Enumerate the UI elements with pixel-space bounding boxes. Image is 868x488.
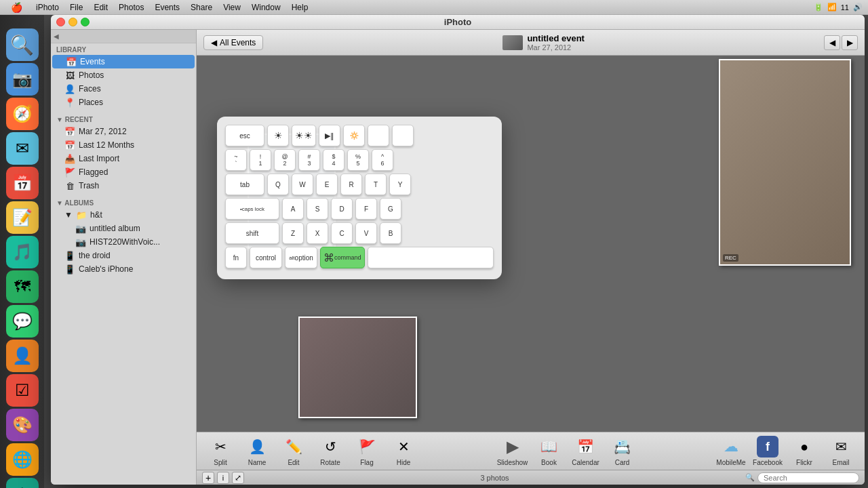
dock-app13[interactable]: ⚙ bbox=[6, 478, 39, 488]
key-t[interactable]: T bbox=[365, 174, 387, 195]
flag-button[interactable]: 🚩 Flag bbox=[350, 436, 384, 466]
key-w[interactable]: W bbox=[292, 174, 313, 195]
book-button[interactable]: 📖 Book bbox=[532, 436, 566, 466]
hide-button[interactable]: ✕ Hide bbox=[387, 436, 420, 466]
key-c[interactable]: C bbox=[331, 222, 353, 244]
sidebar-item-thedroid[interactable]: 📱 the droid bbox=[51, 249, 196, 262]
recent-disclosure[interactable]: ▼ bbox=[56, 116, 65, 123]
key-capslock[interactable]: •caps lock bbox=[225, 198, 279, 220]
key-r[interactable]: R bbox=[340, 174, 362, 195]
albums-disclosure[interactable]: ▼ bbox=[56, 199, 64, 207]
key-q[interactable]: Q bbox=[267, 174, 289, 195]
menu-view[interactable]: View bbox=[218, 0, 246, 15]
sidebar-item-faces[interactable]: 👤 Faces bbox=[51, 82, 196, 96]
key-1[interactable]: !1 bbox=[250, 149, 271, 171]
app-menu-iphoto[interactable]: iPhoto bbox=[31, 0, 64, 15]
calendar-button[interactable]: 📅 Calendar bbox=[569, 436, 603, 466]
key-d[interactable]: D bbox=[331, 198, 353, 220]
photo-item[interactable] bbox=[298, 317, 417, 418]
key-tilde[interactable]: ~` bbox=[225, 149, 247, 171]
email-button[interactable]: ✉ Email bbox=[824, 436, 858, 466]
sidebar-item-h&t[interactable]: ▼ 📁 h&t bbox=[51, 208, 196, 222]
dock-app11[interactable]: 🎨 bbox=[6, 409, 39, 441]
key-fn[interactable]: fn bbox=[225, 247, 247, 268]
key-tab[interactable]: tab bbox=[225, 174, 264, 195]
sidebar-item-caleb[interactable]: 📱 Caleb's iPhone bbox=[51, 262, 196, 276]
key-f4[interactable]: 🔅 bbox=[343, 125, 365, 146]
key-x[interactable]: X bbox=[307, 222, 328, 244]
name-button[interactable]: 👤 Name bbox=[240, 436, 274, 466]
card-button[interactable]: 📇 Card bbox=[606, 436, 639, 466]
mobileme-button[interactable]: ☁ MobileMe bbox=[714, 436, 748, 466]
key-option[interactable]: altoption bbox=[285, 247, 317, 268]
key-v[interactable]: V bbox=[355, 222, 377, 244]
dock-messages[interactable]: 💬 bbox=[6, 305, 39, 338]
key-f[interactable]: F bbox=[355, 198, 377, 220]
dock-finder[interactable]: 🔍 bbox=[6, 28, 39, 61]
photo-item[interactable]: REC bbox=[719, 59, 851, 266]
sidebar-item-photos[interactable]: 🖼 Photos bbox=[51, 68, 196, 82]
info-button[interactable]: i bbox=[217, 472, 229, 484]
next-event-button[interactable]: ▶ bbox=[842, 35, 858, 50]
menu-edit[interactable]: Edit bbox=[88, 0, 113, 15]
key-esc[interactable]: esc bbox=[225, 125, 264, 146]
dock-contacts[interactable]: 👤 bbox=[6, 340, 39, 372]
dock-itunes[interactable]: 🎵 bbox=[6, 236, 39, 268]
close-button[interactable] bbox=[56, 18, 65, 26]
key-a[interactable]: A bbox=[282, 198, 304, 220]
sidebar-item-lastimport[interactable]: 📥 Last Import bbox=[51, 152, 196, 165]
sidebar-collapse-btn[interactable]: ◀ bbox=[51, 30, 196, 43]
prev-event-button[interactable]: ◀ bbox=[824, 35, 840, 50]
dock-calendar[interactable]: 📅 bbox=[6, 167, 39, 199]
photo-area[interactable]: REC esc ☀ ☀☀ ▶‖ 🔅 bbox=[197, 56, 865, 432]
key-b[interactable]: B bbox=[380, 222, 401, 244]
dock-chrome[interactable]: 🌐 bbox=[6, 443, 39, 476]
maximize-button[interactable] bbox=[81, 18, 90, 26]
all-events-button[interactable]: ◀ All Events bbox=[203, 35, 263, 50]
menu-file[interactable]: File bbox=[64, 0, 88, 15]
sidebar-item-places[interactable]: 📍 Places bbox=[51, 96, 196, 109]
dock-mail[interactable]: ✉ bbox=[6, 132, 39, 165]
key-f1[interactable]: ☀ bbox=[267, 125, 289, 146]
dock-notes[interactable]: 📝 bbox=[6, 201, 39, 234]
dock-safari[interactable]: 🧭 bbox=[6, 98, 39, 130]
add-photo-button[interactable]: + bbox=[202, 472, 214, 484]
key-command[interactable]: ⌘command bbox=[320, 247, 365, 268]
key-2[interactable]: @2 bbox=[274, 149, 296, 171]
key-f5[interactable] bbox=[368, 125, 389, 146]
h&t-disclosure[interactable]: ▼ bbox=[64, 210, 73, 220]
dock-maps[interactable]: 🗺 bbox=[6, 270, 39, 303]
key-control[interactable]: control bbox=[250, 247, 282, 268]
flickr-button[interactable]: ● Flickr bbox=[787, 436, 821, 466]
key-s[interactable]: S bbox=[307, 198, 328, 220]
rotate-button[interactable]: ↺ Rotate bbox=[313, 436, 347, 466]
key-g[interactable]: G bbox=[380, 198, 401, 220]
dock-reminders[interactable]: ☑ bbox=[6, 374, 39, 407]
key-z[interactable]: Z bbox=[282, 222, 304, 244]
split-button[interactable]: ✂ Split bbox=[203, 436, 237, 466]
menu-photos[interactable]: Photos bbox=[113, 0, 149, 15]
key-f3[interactable]: ▶‖ bbox=[319, 125, 340, 146]
key-shift[interactable]: shift bbox=[225, 222, 279, 244]
sidebar-item-last12months[interactable]: 📅 Last 12 Months bbox=[51, 138, 196, 152]
key-e[interactable]: E bbox=[316, 174, 338, 195]
key-3[interactable]: #3 bbox=[298, 149, 320, 171]
sidebar-item-flagged[interactable]: 🚩 Flagged bbox=[51, 165, 196, 179]
search-input[interactable] bbox=[757, 472, 859, 483]
sidebar-item-events[interactable]: 📅 Events bbox=[52, 55, 195, 68]
slideshow-button[interactable]: ▶ Slideshow bbox=[496, 436, 530, 466]
sidebar-item-untitled[interactable]: 📷 untitled album bbox=[51, 222, 196, 235]
menu-events[interactable]: Events bbox=[149, 0, 185, 15]
sidebar-item-trash[interactable]: 🗑 Trash bbox=[51, 179, 196, 192]
key-6[interactable]: ^6 bbox=[372, 149, 393, 171]
key-space[interactable] bbox=[368, 247, 494, 268]
facebook-button[interactable]: f Facebook bbox=[751, 436, 785, 466]
menu-share[interactable]: Share bbox=[185, 0, 218, 15]
menu-help[interactable]: Help bbox=[286, 0, 314, 15]
dock-iphoto[interactable]: 📷 bbox=[6, 63, 39, 96]
sidebar-item-mar27[interactable]: 📅 Mar 27, 2012 bbox=[51, 125, 196, 138]
fullscreen-button[interactable]: ⤢ bbox=[232, 472, 244, 484]
menu-window[interactable]: Window bbox=[246, 0, 286, 15]
key-5[interactable]: %5 bbox=[347, 149, 369, 171]
key-4[interactable]: $4 bbox=[323, 149, 344, 171]
